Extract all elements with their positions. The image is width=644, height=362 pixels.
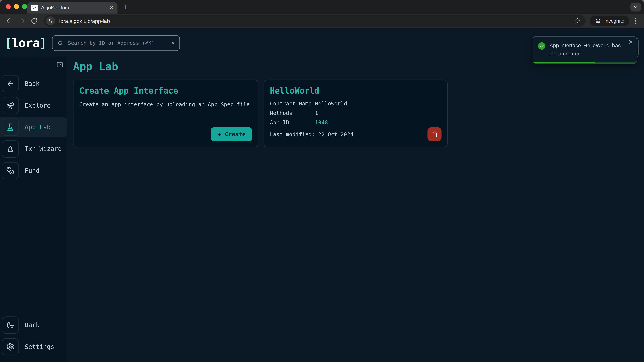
- search-input[interactable]: [67, 39, 168, 46]
- toast-close-icon[interactable]: ✕: [628, 39, 633, 45]
- logo-bracket: ]: [40, 36, 46, 50]
- arrow-left-icon: [6, 80, 14, 88]
- coins-icon: [6, 167, 14, 175]
- app-interface-card: HelloWorld Contract Name HelloWorld Meth…: [264, 80, 448, 147]
- create-button-label: Create: [225, 131, 246, 137]
- trash-icon: [432, 131, 438, 137]
- new-tab-button[interactable]: +: [123, 3, 127, 11]
- zoom-window-button[interactable]: [22, 4, 27, 9]
- sidebar-item-txn-wizard[interactable]: Txn Wizard: [0, 139, 67, 159]
- sidebar-item-back[interactable]: Back: [0, 74, 67, 94]
- site-settings-button[interactable]: [46, 16, 55, 25]
- reload-icon: [31, 17, 38, 24]
- sidebar-item-explore[interactable]: Explore: [0, 96, 67, 115]
- delete-app-interface-button[interactable]: [428, 127, 442, 141]
- sidebar-item-settings[interactable]: Settings: [0, 337, 67, 357]
- main-content: App Lab Create App Interface Create an a…: [68, 57, 644, 362]
- detail-row-contract-name: Contract Name HelloWorld: [270, 100, 442, 107]
- sidebar-item-fund[interactable]: Fund: [0, 161, 67, 181]
- telescope-icon: [6, 101, 14, 110]
- star-icon: [574, 17, 581, 24]
- arrow-left-icon: [6, 17, 13, 25]
- tab-close-icon[interactable]: ✕: [109, 5, 113, 10]
- browser-window: [ak] AlgoKit - lora ✕ + lora.algokit.io/…: [0, 0, 644, 362]
- sidebar-nav: Back Explore App Lab Txn Wizard: [0, 74, 67, 183]
- chevron-down-icon: [633, 4, 638, 9]
- lora-app: [lora] ✕ Back: [0, 28, 644, 362]
- theme-toggle[interactable]: Dark: [0, 315, 67, 335]
- sidebar-item-label: Fund: [25, 167, 40, 174]
- sidebar-footer: Dark Settings: [0, 315, 67, 359]
- arrow-right-icon: [18, 17, 26, 25]
- card-description: Create an app interface by uploading an …: [79, 101, 252, 108]
- success-toast: App interface 'HelloWorld' has been crea…: [533, 36, 637, 64]
- reload-button[interactable]: [29, 15, 40, 26]
- browser-menu-button[interactable]: [631, 17, 640, 24]
- app-id-link[interactable]: 1048: [315, 119, 328, 126]
- moon-icon: [6, 321, 14, 329]
- flask-icon: [6, 123, 14, 131]
- last-modified-text: Last modified: 22 Oct 2024: [270, 131, 353, 137]
- sidebar-item-label: Txn Wizard: [25, 145, 62, 153]
- check-circle-icon: [538, 42, 546, 50]
- app-interface-details: Contract Name HelloWorld Methods 1 App I…: [270, 100, 442, 125]
- tab-search-button[interactable]: [630, 2, 641, 11]
- minimize-window-button[interactable]: [14, 4, 19, 9]
- tab-favicon: [ak]: [31, 4, 38, 11]
- browser-tab[interactable]: [ak] AlgoKit - lora ✕: [27, 2, 118, 13]
- sidebar: Back Explore App Lab Txn Wizard: [0, 57, 68, 362]
- logo-bracket: [: [4, 36, 12, 50]
- forward-button[interactable]: [16, 15, 27, 26]
- incognito-badge: Incognito: [590, 15, 629, 26]
- bookmark-star-button[interactable]: [574, 17, 581, 24]
- card-title: Create App Interface: [79, 86, 252, 96]
- browser-toolbar: lora.algokit.io/app-lab Incognito: [0, 13, 644, 28]
- toast-message: App interface 'HelloWorld' has been crea…: [550, 41, 626, 57]
- tab-title: AlgoKit - lora: [41, 5, 106, 10]
- window-controls: [6, 4, 27, 9]
- wizard-hat-icon: [6, 145, 14, 153]
- search-icon: [58, 40, 64, 46]
- search-box[interactable]: ✕: [52, 35, 180, 51]
- logo-text: lora: [12, 36, 40, 50]
- sidebar-collapse-button[interactable]: [56, 60, 64, 69]
- create-app-interface-card: Create App Interface Create an app inter…: [73, 80, 258, 147]
- back-button[interactable]: [4, 15, 15, 26]
- lora-logo[interactable]: [lora]: [4, 36, 46, 50]
- incognito-label: Incognito: [604, 18, 624, 24]
- toast-progress-bar: [533, 61, 636, 63]
- gear-icon: [6, 343, 14, 351]
- address-bar[interactable]: lora.algokit.io/app-lab: [44, 15, 586, 27]
- detail-row-methods: Methods 1: [270, 110, 442, 116]
- sidebar-item-app-lab[interactable]: App Lab: [0, 117, 67, 137]
- sidebar-item-label: App Lab: [25, 123, 51, 131]
- app-interface-title: HelloWorld: [270, 86, 442, 96]
- incognito-icon: [595, 17, 602, 24]
- kebab-menu-icon: [634, 17, 636, 24]
- theme-toggle-label: Dark: [25, 322, 40, 329]
- panel-collapse-icon: [56, 61, 64, 68]
- sidebar-item-label: Settings: [25, 343, 54, 351]
- plus-icon: +: [217, 131, 221, 138]
- search-clear-icon[interactable]: ✕: [172, 40, 175, 46]
- tab-strip: [ak] AlgoKit - lora ✕ +: [0, 0, 644, 13]
- url-text: lora.algokit.io/app-lab: [59, 18, 574, 24]
- sidebar-item-label: Explore: [25, 102, 51, 109]
- close-window-button[interactable]: [6, 4, 10, 9]
- create-button[interactable]: + Create: [211, 127, 252, 141]
- tune-icon: [48, 18, 53, 24]
- detail-row-app-id: App ID 1048: [270, 119, 442, 126]
- sidebar-item-label: Back: [25, 80, 40, 87]
